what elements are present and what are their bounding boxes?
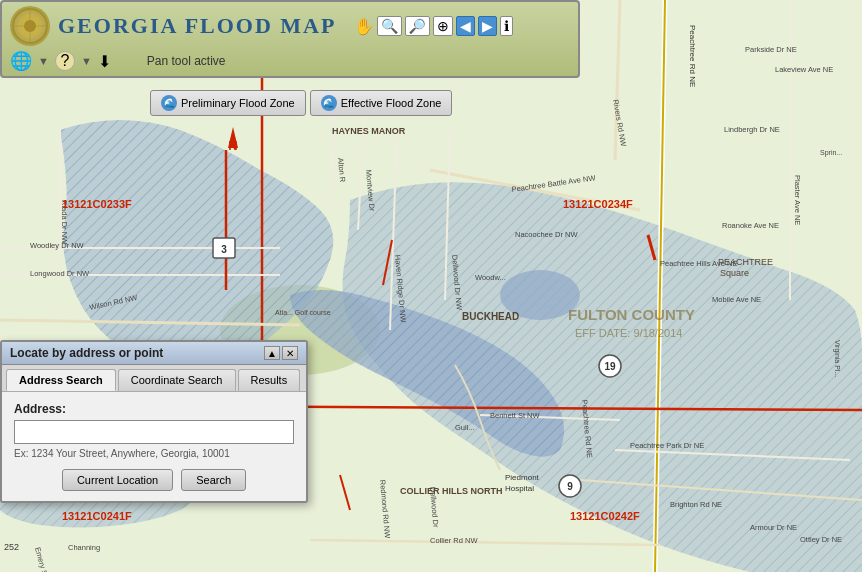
svg-text:13121C0234F: 13121C0234F — [563, 198, 633, 210]
svg-text:Peachtree Rd NE: Peachtree Rd NE — [688, 25, 697, 87]
svg-text:13121C0233F: 13121C0233F — [62, 198, 132, 210]
svg-text:Lindbergh Dr NE: Lindbergh Dr NE — [724, 125, 780, 134]
locate-panel-header: Locate by address or point ▲ ✕ — [2, 342, 306, 365]
address-example: Ex: 1234 Your Street, Anywhere, Georgia,… — [14, 448, 294, 459]
svg-text:9: 9 — [567, 481, 573, 492]
svg-text:FULTON COUNTY: FULTON COUNTY — [568, 306, 695, 323]
svg-text:13121C0242F: 13121C0242F — [570, 510, 640, 522]
download-icon[interactable]: ⬇ — [98, 52, 111, 71]
app-logo — [10, 6, 50, 46]
svg-text:Roanoke Ave NE: Roanoke Ave NE — [722, 221, 779, 230]
preliminary-icon: 🌊 — [161, 95, 177, 111]
svg-text:Parkside Dr NE: Parkside Dr NE — [745, 45, 797, 54]
header-tools: ✋ 🔍 🔍 ⊕ ◀ ▶ ℹ — [354, 16, 513, 36]
panel-controls: ▲ ✕ — [264, 346, 298, 360]
minimize-button[interactable]: ▲ — [264, 346, 280, 360]
svg-text:Woodley Dr NW: Woodley Dr NW — [30, 241, 85, 250]
svg-text:HAYNES MANOR: HAYNES MANOR — [332, 126, 406, 136]
svg-text:Virginia Pl...: Virginia Pl... — [833, 340, 841, 377]
panel-tabs: Address Search Coordinate Search Results — [2, 365, 306, 392]
svg-text:EFF DATE: 9/18/2014: EFF DATE: 9/18/2014 — [575, 327, 682, 339]
zoom-out-icon[interactable]: 🔍 — [405, 16, 430, 36]
coordinate-search-tab[interactable]: Coordinate Search — [118, 369, 236, 391]
svg-text:Sprin...: Sprin... — [820, 149, 842, 157]
svg-text:Nacoochee Dr NW: Nacoochee Dr NW — [515, 230, 578, 239]
svg-text:Plaster Ave NE: Plaster Ave NE — [793, 175, 802, 225]
svg-text:252: 252 — [4, 542, 19, 552]
header-toolbar: GEORGIA FLOOD MAP ✋ 🔍 🔍 ⊕ ◀ ▶ ℹ 🌐 ▼ ? ▼ … — [0, 0, 580, 78]
hand-tool-icon[interactable]: ✋ — [354, 17, 374, 36]
pan-tool-status: Pan tool active — [147, 54, 226, 68]
svg-text:13121C0241F: 13121C0241F — [62, 510, 132, 522]
svg-text:Brighton Rd NE: Brighton Rd NE — [670, 500, 722, 509]
effective-flood-btn[interactable]: 🌊 Effective Flood Zone — [310, 90, 453, 116]
locate-panel: Locate by address or point ▲ ✕ Address S… — [0, 340, 308, 503]
zoom-in-icon[interactable]: 🔍 — [377, 16, 402, 36]
effective-icon: 🌊 — [321, 95, 337, 111]
svg-text:Longwood Dr NW: Longwood Dr NW — [30, 269, 90, 278]
info-icon[interactable]: ℹ — [500, 16, 513, 36]
svg-text:Peachtree Park Dr NE: Peachtree Park Dr NE — [630, 441, 704, 450]
svg-text:Mobile Ave NE: Mobile Ave NE — [712, 295, 761, 304]
panel-body: Address: Ex: 1234 Your Street, Anywhere,… — [2, 392, 306, 501]
panel-actions: Current Location Search — [14, 469, 294, 491]
pan-left-icon[interactable]: ◀ — [456, 16, 475, 36]
svg-text:3: 3 — [221, 244, 227, 255]
globe-icon[interactable]: 🌐 — [10, 50, 32, 72]
zoom-full-icon[interactable]: ⊕ — [433, 16, 453, 36]
address-label: Address: — [14, 402, 294, 416]
svg-text:BUCKHEAD: BUCKHEAD — [462, 311, 519, 322]
app-title: GEORGIA FLOOD MAP — [58, 13, 336, 39]
svg-text:Armour Dr NE: Armour Dr NE — [750, 523, 797, 532]
current-location-button[interactable]: Current Location — [62, 469, 173, 491]
help-icon[interactable]: ? — [55, 51, 75, 71]
svg-text:Woodw...: Woodw... — [475, 273, 506, 282]
address-input[interactable] — [14, 420, 294, 444]
preliminary-flood-btn[interactable]: 🌊 Preliminary Flood Zone — [150, 90, 306, 116]
svg-text:Channing: Channing — [68, 543, 100, 552]
address-search-tab[interactable]: Address Search — [6, 369, 116, 391]
svg-text:Piedmont: Piedmont — [505, 473, 540, 482]
arrow2-icon: ▼ — [81, 55, 92, 67]
svg-text:Bennett St NW: Bennett St NW — [490, 411, 541, 420]
svg-text:Lakeview Ave NE: Lakeview Ave NE — [775, 65, 833, 74]
search-button[interactable]: Search — [181, 469, 246, 491]
results-tab[interactable]: Results — [238, 369, 301, 391]
arrow-icon: ▼ — [38, 55, 49, 67]
svg-text:Ottley Dr NE: Ottley Dr NE — [800, 535, 842, 544]
svg-text:Hospital: Hospital — [505, 484, 534, 493]
svg-text:Gull...: Gull... — [455, 423, 475, 432]
svg-text:Square: Square — [720, 268, 749, 278]
close-button[interactable]: ✕ — [282, 346, 298, 360]
svg-text:COLLIER HILLS NORTH: COLLIER HILLS NORTH — [400, 486, 503, 496]
svg-text:Collier Rd NW: Collier Rd NW — [430, 536, 478, 545]
svg-text:Atla... Golf course: Atla... Golf course — [275, 309, 331, 316]
svg-text:19: 19 — [604, 361, 616, 372]
flood-zone-buttons: 🌊 Preliminary Flood Zone 🌊 Effective Flo… — [150, 90, 452, 116]
svg-text:PEACHTREE: PEACHTREE — [718, 257, 773, 267]
locate-panel-title: Locate by address or point — [10, 346, 163, 360]
pan-right-icon[interactable]: ▶ — [478, 16, 497, 36]
